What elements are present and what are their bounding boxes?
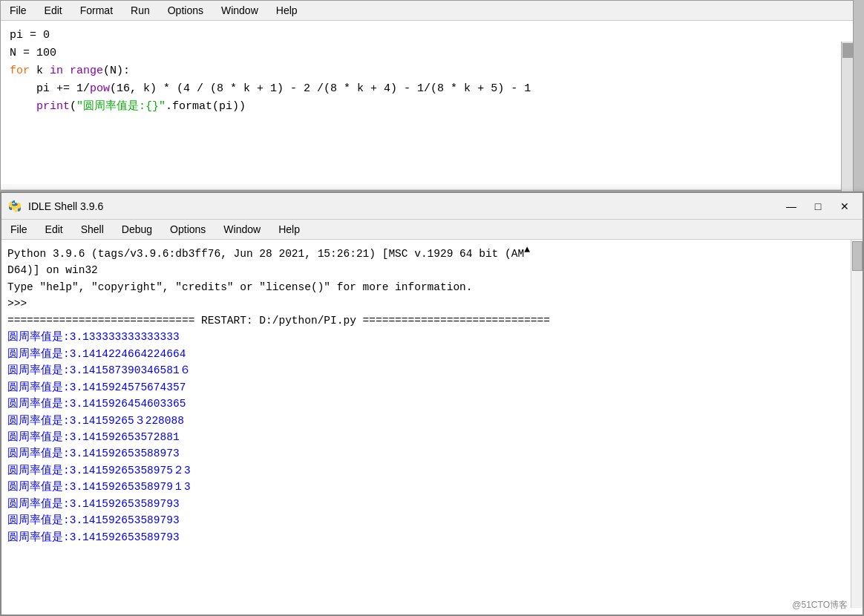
shell-title-bar: IDLE Shell 3.9.6 — □ ✕ (1, 193, 863, 220)
watermark: @51CTO博客 (792, 599, 848, 612)
editor-code-area[interactable]: pi = 0 N = 100 for k in range(N): pi += … (1, 21, 853, 184)
shell-result-7: 圆周率值是:3.141592653572881 (7, 429, 857, 445)
editor-menu-window[interactable]: Window (218, 3, 261, 18)
shell-result-11: 圆周率值是:3.141592653589793 (7, 496, 857, 512)
shell-menu-debug[interactable]: Debug (119, 222, 155, 237)
code-line-1: pi = 0 (10, 27, 844, 45)
code-line-4: pi += 1/pow(16, k) * (4 / (8 * k + 1) - … (10, 80, 844, 98)
shell-content[interactable]: Python 3.9.6 (tags/v3.9.6:db3ff76, Jun 2… (1, 240, 863, 608)
shell-prompt-line[interactable]: >>> (7, 295, 857, 312)
shell-result-10: 圆周率值是:3.14159265358979１3 (7, 479, 857, 495)
shell-menu-options[interactable]: Options (167, 222, 209, 237)
shell-menu-edit[interactable]: Edit (42, 222, 66, 237)
svg-point-1 (16, 209, 17, 210)
editor-menu-bar: File Edit Format Run Options Window Help (1, 1, 853, 21)
shell-header-line1: Python 3.9.6 (tags/v3.9.6:db3ff76, Jun 2… (7, 243, 857, 262)
shell-title-controls: — □ ✕ (779, 196, 857, 217)
editor-menu-file[interactable]: File (7, 3, 30, 18)
shell-menu-help[interactable]: Help (275, 222, 303, 237)
editor-window: File Edit Format Run Options Window Help… (0, 0, 854, 191)
shell-menu-shell[interactable]: Shell (78, 222, 107, 237)
editor-scrollbar[interactable] (841, 42, 853, 205)
python-icon (7, 199, 22, 214)
code-line-5: print("圆周率值是:{}".format(pi)) (10, 98, 844, 116)
editor-menu-run[interactable]: Run (128, 3, 153, 18)
shell-title-text: IDLE Shell 3.9.6 (28, 200, 103, 212)
shell-scrollbar[interactable] (851, 240, 863, 608)
shell-result-8: 圆周率值是:3.141592653588973 (7, 445, 857, 462)
shell-result-12: 圆周率值是:3.141592653589793 (7, 512, 857, 528)
shell-result-3: 圆周率值是:3.141587390346581６ (7, 362, 857, 379)
editor-menu-help[interactable]: Help (273, 3, 301, 18)
shell-menu-window[interactable]: Window (220, 222, 264, 237)
shell-result-1: 圆周率值是:3.133333333333333 (7, 329, 857, 345)
editor-menu-options[interactable]: Options (165, 3, 206, 18)
shell-maximize-button[interactable]: □ (806, 196, 830, 217)
shell-scrollbar-thumb[interactable] (852, 241, 863, 271)
shell-minimize-button[interactable]: — (779, 196, 803, 217)
shell-header-line2: D64)] on win32 (7, 262, 857, 278)
shell-result-9: 圆周率值是:3.14159265358975２3 (7, 462, 857, 479)
shell-result-2: 圆周率值是:3.1414224664224664 (7, 346, 857, 362)
shell-menu-bar: File Edit Shell Debug Options Window Hel… (1, 220, 863, 240)
code-line-2: N = 100 (10, 45, 844, 62)
shell-separator-line: ============================= RESTART: D… (7, 312, 857, 329)
shell-title-left: IDLE Shell 3.9.6 (7, 199, 103, 214)
editor-scrollbar-thumb[interactable] (842, 43, 853, 58)
svg-point-0 (13, 202, 15, 203)
shell-window: IDLE Shell 3.9.6 — □ ✕ File Edit Shell D… (0, 191, 864, 616)
editor-menu-edit[interactable]: Edit (42, 3, 65, 18)
shell-close-button[interactable]: ✕ (833, 196, 857, 217)
shell-result-4: 圆周率值是:3.1415924575674357 (7, 379, 857, 396)
shell-result-5: 圆周率值是:3.1415926454603365 (7, 396, 857, 412)
shell-result-13: 圆周率值是:3.141592653589793 (7, 529, 857, 545)
shell-menu-file[interactable]: File (7, 222, 30, 237)
editor-menu-format[interactable]: Format (77, 3, 116, 18)
editor-divider (1, 184, 853, 190)
code-line-3: for k in range(N): (10, 62, 844, 80)
shell-result-6: 圆周率值是:3.14159265３228088 (7, 413, 857, 429)
shell-header-line3: Type "help", "copyright", "credits" or "… (7, 279, 857, 295)
